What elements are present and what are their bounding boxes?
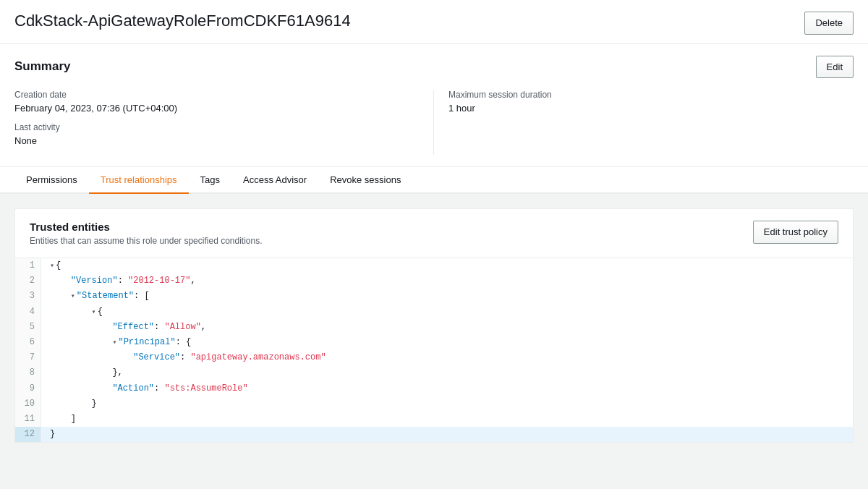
line-number-9: 9	[15, 381, 41, 396]
code-line-9: 9 "Action": "sts:AssumeRole"	[15, 381, 853, 396]
line-number-11: 11	[15, 412, 41, 427]
line-number-7: 7	[15, 350, 41, 365]
code-line-3: 3 ▾"Statement": [	[15, 289, 853, 304]
line-content-10: }	[41, 396, 106, 412]
line-content-6: ▾"Principal": {	[41, 335, 200, 350]
code-line-2: 2 "Version": "2012-10-17",	[15, 273, 853, 289]
line-number-5: 5	[15, 320, 41, 335]
content-section: Trusted entities Entities that can assum…	[0, 194, 868, 483]
line-content-12: }	[41, 427, 64, 442]
creation-date-value: February 04, 2023, 07:36 (UTC+04:00)	[14, 103, 419, 114]
tab-revoke-sessions[interactable]: Revoke sessions	[318, 167, 412, 194]
line-number-3: 3	[15, 289, 41, 304]
tabs-section: Permissions Trust relationships Tags Acc…	[0, 167, 868, 194]
code-line-5: 5 "Effect": "Allow",	[15, 320, 853, 335]
creation-date-label: Creation date	[14, 90, 419, 100]
summary-title: Summary	[14, 59, 70, 74]
trusted-entities-card: Trusted entities Entities that can assum…	[14, 208, 854, 443]
summary-left: Creation date February 04, 2023, 07:36 (…	[14, 90, 434, 155]
line-content-5: "Effect": "Allow",	[41, 320, 215, 335]
code-line-8: 8 },	[15, 365, 853, 380]
card-subtitle: Entities that can assume this role under…	[30, 236, 263, 246]
role-title: CdkStack-ApiGatewayRoleFromCDKF61A9614	[14, 12, 351, 30]
line-content-7: "Service": "apigateway.amazonaws.com"	[41, 350, 335, 365]
header-section: CdkStack-ApiGatewayRoleFromCDKF61A9614 D…	[0, 0, 868, 44]
page-container: CdkStack-ApiGatewayRoleFromCDKF61A9614 D…	[0, 0, 868, 483]
line-number-4: 4	[15, 305, 41, 320]
card-header: Trusted entities Entities that can assum…	[15, 209, 853, 258]
code-line-4: 4 ▾{	[15, 305, 853, 320]
code-block: 1 ▾{ 2 "Version": "2012-10-17", 3 ▾"Stat…	[15, 258, 853, 442]
code-line-11: 11 ]	[15, 412, 853, 427]
tab-trust-relationships[interactable]: Trust relationships	[89, 167, 189, 194]
card-header-text: Trusted entities Entities that can assum…	[30, 221, 263, 246]
edit-button[interactable]: Edit	[816, 56, 854, 79]
max-session-value: 1 hour	[448, 103, 854, 114]
last-activity-value: None	[14, 135, 419, 146]
code-line-1: 1 ▾{	[15, 258, 853, 273]
tabs-list: Permissions Trust relationships Tags Acc…	[14, 167, 854, 192]
summary-right: Maximum session duration 1 hour	[434, 90, 854, 155]
summary-header: Summary Edit	[14, 56, 854, 79]
line-number-1: 1	[15, 258, 41, 273]
edit-trust-policy-button[interactable]: Edit trust policy	[753, 221, 838, 244]
tab-tags[interactable]: Tags	[189, 167, 231, 194]
line-content-8: },	[41, 365, 132, 380]
line-content-1: ▾{	[41, 258, 69, 273]
code-line-6: 6 ▾"Principal": {	[15, 335, 853, 350]
line-number-10: 10	[15, 396, 41, 412]
line-content-3: ▾"Statement": [	[41, 289, 158, 304]
card-title: Trusted entities	[30, 221, 263, 233]
line-content-4: ▾{	[41, 305, 111, 320]
summary-section: Summary Edit Creation date February 04, …	[0, 44, 868, 168]
line-number-12: 12	[15, 427, 41, 442]
tab-permissions[interactable]: Permissions	[14, 167, 89, 194]
line-content-11: ]	[41, 412, 85, 427]
line-number-8: 8	[15, 365, 41, 380]
line-number-6: 6	[15, 335, 41, 350]
line-content-9: "Action": "sts:AssumeRole"	[41, 381, 257, 396]
max-session-label: Maximum session duration	[448, 90, 854, 100]
summary-grid: Creation date February 04, 2023, 07:36 (…	[14, 90, 854, 155]
code-line-12: 12 }	[15, 427, 853, 442]
code-line-7: 7 "Service": "apigateway.amazonaws.com"	[15, 350, 853, 365]
last-activity-label: Last activity	[14, 122, 419, 132]
tab-access-advisor[interactable]: Access Advisor	[231, 167, 318, 194]
line-content-2: "Version": "2012-10-17",	[41, 273, 205, 289]
line-number-2: 2	[15, 273, 41, 289]
code-line-10: 10 }	[15, 396, 853, 412]
delete-button[interactable]: Delete	[804, 12, 854, 35]
